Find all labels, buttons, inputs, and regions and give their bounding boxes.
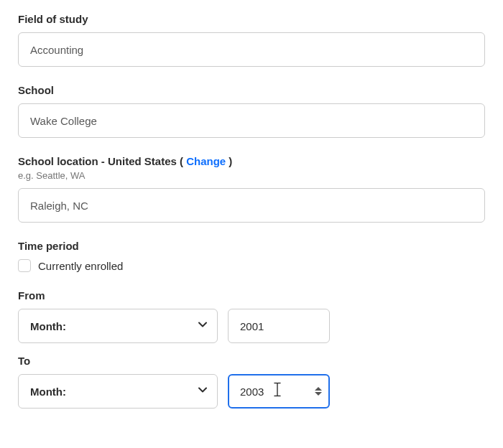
to-section: To Month: [18, 355, 485, 409]
currently-enrolled-row: Currently enrolled [18, 259, 485, 272]
to-month-select[interactable]: Month: [18, 374, 218, 409]
stepper-down-icon[interactable] [315, 392, 322, 396]
from-label: From [18, 289, 485, 302]
currently-enrolled-label: Currently enrolled [38, 260, 123, 272]
stepper-up-icon[interactable] [315, 387, 322, 391]
from-year-wrap [228, 309, 330, 343]
change-link[interactable]: Change [186, 155, 226, 167]
from-row: Month: [18, 309, 485, 343]
from-month-select[interactable]: Month: [18, 309, 218, 343]
from-year-input[interactable] [228, 309, 330, 343]
field-of-study-label: Field of study [18, 13, 485, 25]
location-input[interactable] [18, 188, 485, 223]
location-label: School location - United States ( Change… [18, 155, 485, 167]
field-of-study-input[interactable] [18, 32, 485, 67]
from-section: From Month: [18, 289, 485, 343]
from-month-select-wrap: Month: [18, 309, 218, 343]
to-year-wrap [228, 374, 330, 409]
location-group: School location - United States ( Change… [18, 155, 485, 223]
location-hint: e.g. Seattle, WA [18, 170, 485, 181]
to-month-select-wrap: Month: [18, 374, 218, 409]
to-label: To [18, 355, 485, 367]
school-input[interactable] [18, 103, 485, 138]
school-group: School [18, 84, 485, 138]
year-stepper [313, 381, 324, 401]
to-row: Month: [18, 374, 485, 409]
field-of-study-group: Field of study [18, 13, 485, 67]
time-period-group: Time period Currently enrolled [18, 240, 485, 272]
time-period-label: Time period [18, 240, 485, 252]
currently-enrolled-checkbox[interactable] [18, 259, 31, 272]
school-label: School [18, 84, 485, 96]
